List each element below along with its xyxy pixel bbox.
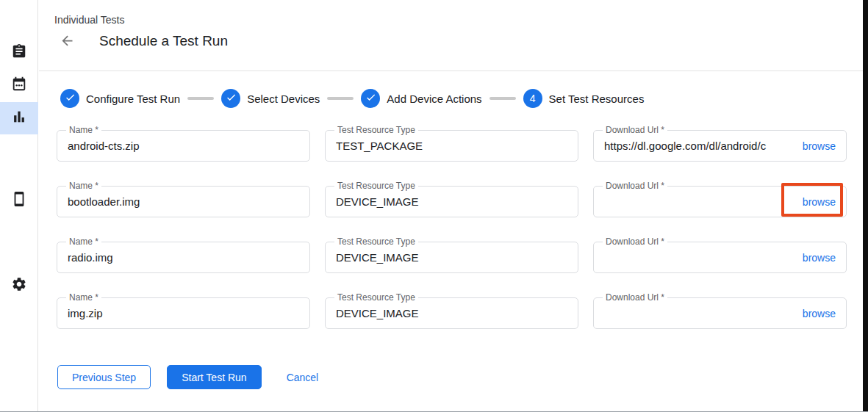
field-value: radio.img <box>57 251 309 264</box>
field-value: DEVICE_IMAGE <box>326 195 578 208</box>
name-input[interactable]: Name * android-cts.zip <box>57 130 310 162</box>
field-value: img.zip <box>57 307 309 319</box>
field-label: Download Url * <box>603 125 667 135</box>
name-input[interactable]: Name * bootloader.img <box>57 186 310 217</box>
cancel-button[interactable]: Cancel <box>287 365 319 389</box>
schedule-test-run-page: Individual Tests Schedule a Test Run Con… <box>0 0 868 412</box>
step-label: Select Devices <box>247 93 320 105</box>
download-url-input[interactable]: Download Url * browse <box>593 242 847 273</box>
field-value: https://dl.google.com/dl/android/c <box>594 140 803 152</box>
sidebar-item-settings[interactable] <box>0 270 38 302</box>
download-url-input[interactable]: Download Url * browse <box>593 297 847 329</box>
step-configure-test-run[interactable]: Configure Test Run <box>60 89 180 108</box>
smartphone-icon <box>11 191 27 210</box>
back-arrow-icon <box>60 33 75 51</box>
browse-link[interactable]: browse <box>803 308 836 319</box>
field-label: Test Resource Type <box>334 236 418 247</box>
field-label: Name * <box>66 292 101 303</box>
resource-type-input[interactable]: Test Resource Type DEVICE_IMAGE <box>325 186 578 217</box>
step-complete-circle <box>361 89 380 108</box>
stepper: Configure Test Run Select Devices Add De… <box>60 89 644 108</box>
field-label: Name * <box>66 236 101 247</box>
main-area: Individual Tests Schedule a Test Run Con… <box>39 0 863 71</box>
step-label: Add Device Actions <box>387 93 481 105</box>
step-complete-circle <box>60 89 79 108</box>
bar-chart-icon <box>11 109 27 128</box>
window-edge-strip <box>863 0 868 412</box>
back-button[interactable] <box>58 33 76 51</box>
check-icon <box>226 92 237 105</box>
download-url-input[interactable]: Download Url * browse <box>593 186 847 217</box>
page-title: Schedule a Test Run <box>99 33 228 49</box>
step-select-devices[interactable]: Select Devices <box>221 89 320 108</box>
field-value: DEVICE_IMAGE <box>326 251 578 264</box>
field-value: DEVICE_IMAGE <box>326 307 578 319</box>
previous-step-button[interactable]: Previous Step <box>57 365 151 389</box>
name-input[interactable]: Name * img.zip <box>57 297 310 329</box>
field-value: android-cts.zip <box>57 140 309 152</box>
field-label: Download Url * <box>603 292 667 303</box>
action-bar: Previous Step Start Test Run Cancel <box>57 365 318 389</box>
gear-icon <box>11 276 27 295</box>
test-resources-form: Name * android-cts.zip Test Resource Typ… <box>57 130 847 329</box>
step-label: Set Test Resources <box>549 93 645 105</box>
browse-link[interactable]: browse <box>803 196 836 208</box>
resource-type-input[interactable]: Test Resource Type DEVICE_IMAGE <box>325 297 578 329</box>
step-label: Configure Test Run <box>86 93 180 105</box>
sidebar-item-devices[interactable] <box>0 184 38 217</box>
field-value: TEST_PACKAGE <box>326 140 578 152</box>
resource-type-input[interactable]: Test Resource Type TEST_PACKAGE <box>325 130 578 162</box>
assignment-icon <box>11 43 27 62</box>
step-complete-circle <box>221 89 240 108</box>
browse-link[interactable]: browse <box>803 252 836 264</box>
sidebar-item-test-plans[interactable] <box>0 69 38 101</box>
resource-type-input[interactable]: Test Resource Type DEVICE_IMAGE <box>325 242 578 273</box>
field-label: Download Url * <box>603 181 667 191</box>
stepper-connector <box>187 97 214 100</box>
field-label: Test Resource Type <box>334 181 418 191</box>
calendar-icon <box>11 76 27 95</box>
check-icon <box>365 92 376 105</box>
header: Individual Tests Schedule a Test Run <box>39 0 863 71</box>
start-test-run-button[interactable]: Start Test Run <box>167 365 261 389</box>
field-label: Test Resource Type <box>334 125 418 135</box>
name-input[interactable]: Name * radio.img <box>57 242 310 273</box>
browse-link[interactable]: browse <box>803 140 836 152</box>
step-add-device-actions[interactable]: Add Device Actions <box>361 89 481 108</box>
stepper-connector <box>489 97 516 100</box>
field-value: bootloader.img <box>57 195 309 208</box>
sidebar <box>0 0 38 411</box>
check-icon <box>65 92 76 105</box>
breadcrumb: Individual Tests <box>54 14 124 26</box>
download-url-input[interactable]: Download Url * https://dl.google.com/dl/… <box>593 130 847 162</box>
sidebar-item-test-suites[interactable] <box>0 37 38 69</box>
field-label: Name * <box>66 125 101 135</box>
stepper-connector <box>327 97 354 100</box>
content: Configure Test Run Select Devices Add De… <box>39 72 863 411</box>
field-label: Download Url * <box>603 236 667 247</box>
sidebar-item-test-runs[interactable] <box>0 102 38 134</box>
field-label: Name * <box>66 181 101 191</box>
step-set-test-resources[interactable]: 4 Set Test Resources <box>523 89 645 108</box>
step-number-circle: 4 <box>523 89 542 108</box>
field-label: Test Resource Type <box>334 292 418 303</box>
